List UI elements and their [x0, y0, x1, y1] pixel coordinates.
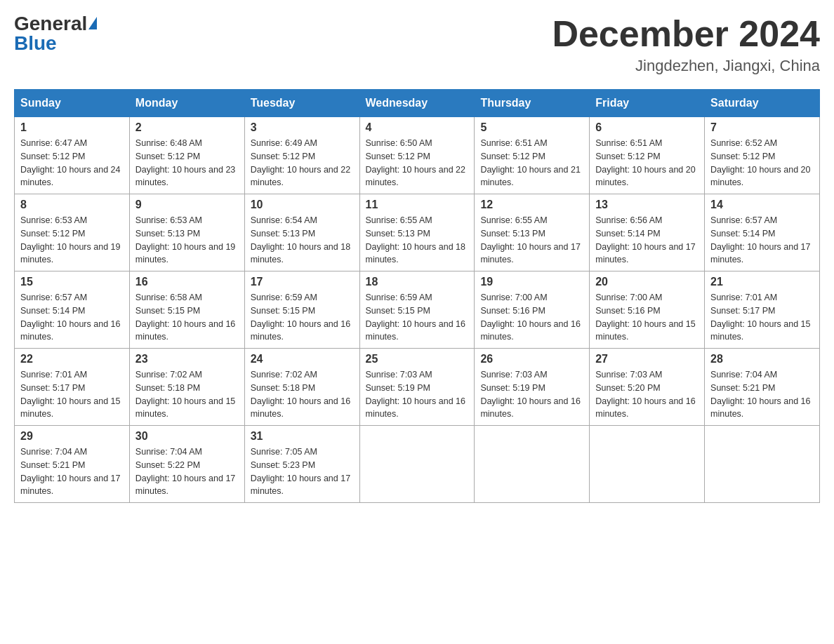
day-info: Sunrise: 6:55 AMSunset: 5:13 PMDaylight:…	[480, 214, 583, 267]
calendar-cell: 11 Sunrise: 6:55 AMSunset: 5:13 PMDaylig…	[359, 194, 475, 271]
day-info: Sunrise: 6:58 AMSunset: 5:15 PMDaylight:…	[135, 291, 239, 344]
day-info: Sunrise: 6:57 AMSunset: 5:14 PMDaylight:…	[20, 291, 124, 344]
calendar-cell: 29 Sunrise: 7:04 AMSunset: 5:21 PMDaylig…	[15, 426, 130, 503]
calendar-cell: 6 Sunrise: 6:51 AMSunset: 5:12 PMDayligh…	[590, 117, 705, 194]
calendar-week-1: 1 Sunrise: 6:47 AMSunset: 5:12 PMDayligh…	[15, 117, 820, 194]
day-number: 17	[251, 276, 354, 288]
calendar-cell	[475, 426, 590, 503]
day-number: 18	[366, 276, 469, 288]
calendar-cell: 21 Sunrise: 7:01 AMSunset: 5:17 PMDaylig…	[705, 271, 820, 349]
logo-triangle-icon	[88, 17, 97, 29]
day-info: Sunrise: 7:02 AMSunset: 5:18 PMDaylight:…	[135, 368, 239, 421]
location-text: Jingdezhen, Jiangxi, China	[552, 57, 820, 75]
calendar-cell: 14 Sunrise: 6:57 AMSunset: 5:14 PMDaylig…	[705, 194, 820, 271]
day-number: 7	[710, 121, 814, 134]
day-number: 4	[366, 121, 469, 134]
day-info: Sunrise: 7:00 AMSunset: 5:16 PMDaylight:…	[480, 291, 583, 344]
day-info: Sunrise: 6:53 AMSunset: 5:12 PMDaylight:…	[20, 214, 124, 267]
day-info: Sunrise: 6:51 AMSunset: 5:12 PMDaylight:…	[595, 137, 699, 189]
calendar-cell: 26 Sunrise: 7:03 AMSunset: 5:19 PMDaylig…	[475, 349, 590, 426]
calendar-cell: 12 Sunrise: 6:55 AMSunset: 5:13 PMDaylig…	[475, 194, 590, 271]
calendar-header: SundayMondayTuesdayWednesdayThursdayFrid…	[15, 90, 820, 117]
calendar-cell: 31 Sunrise: 7:05 AMSunset: 5:23 PMDaylig…	[244, 426, 359, 503]
calendar-cell: 4 Sunrise: 6:50 AMSunset: 5:12 PMDayligh…	[359, 117, 475, 194]
calendar-cell: 25 Sunrise: 7:03 AMSunset: 5:19 PMDaylig…	[359, 349, 475, 426]
calendar-cell: 5 Sunrise: 6:51 AMSunset: 5:12 PMDayligh…	[475, 117, 590, 194]
calendar-cell: 3 Sunrise: 6:49 AMSunset: 5:12 PMDayligh…	[244, 117, 359, 194]
day-info: Sunrise: 7:04 AMSunset: 5:22 PMDaylight:…	[135, 445, 239, 498]
day-number: 5	[480, 121, 583, 134]
title-area: December 2024 Jingdezhen, Jiangxi, China	[552, 14, 820, 75]
day-number: 19	[480, 276, 583, 288]
calendar-cell: 24 Sunrise: 7:02 AMSunset: 5:18 PMDaylig…	[244, 349, 359, 426]
day-info: Sunrise: 7:03 AMSunset: 5:19 PMDaylight:…	[366, 368, 469, 421]
calendar-week-2: 8 Sunrise: 6:53 AMSunset: 5:12 PMDayligh…	[15, 194, 820, 271]
weekday-header-monday: Monday	[129, 90, 244, 117]
calendar-cell: 28 Sunrise: 7:04 AMSunset: 5:21 PMDaylig…	[705, 349, 820, 426]
calendar-cell	[359, 426, 475, 503]
calendar-cell: 27 Sunrise: 7:03 AMSunset: 5:20 PMDaylig…	[590, 349, 705, 426]
day-info: Sunrise: 7:04 AMSunset: 5:21 PMDaylight:…	[710, 368, 814, 421]
weekday-header-saturday: Saturday	[705, 90, 820, 117]
weekday-header-thursday: Thursday	[475, 90, 590, 117]
day-number: 31	[251, 430, 354, 443]
day-number: 2	[135, 121, 239, 134]
day-info: Sunrise: 7:03 AMSunset: 5:20 PMDaylight:…	[595, 368, 699, 421]
day-number: 13	[595, 199, 699, 211]
day-info: Sunrise: 6:50 AMSunset: 5:12 PMDaylight:…	[366, 137, 469, 189]
calendar-cell: 9 Sunrise: 6:53 AMSunset: 5:13 PMDayligh…	[129, 194, 244, 271]
day-info: Sunrise: 6:54 AMSunset: 5:13 PMDaylight:…	[251, 214, 354, 267]
weekday-header-row: SundayMondayTuesdayWednesdayThursdayFrid…	[15, 90, 820, 117]
calendar-table: SundayMondayTuesdayWednesdayThursdayFrid…	[14, 89, 820, 503]
day-info: Sunrise: 6:53 AMSunset: 5:13 PMDaylight:…	[135, 214, 239, 267]
page-header: General Blue December 2024 Jingdezhen, J…	[14, 14, 820, 75]
day-info: Sunrise: 6:57 AMSunset: 5:14 PMDaylight:…	[710, 214, 814, 267]
logo-blue-text: Blue	[14, 34, 97, 53]
calendar-cell: 16 Sunrise: 6:58 AMSunset: 5:15 PMDaylig…	[129, 271, 244, 349]
day-number: 27	[595, 353, 699, 365]
calendar-cell: 22 Sunrise: 7:01 AMSunset: 5:17 PMDaylig…	[15, 349, 130, 426]
calendar-cell: 13 Sunrise: 6:56 AMSunset: 5:14 PMDaylig…	[590, 194, 705, 271]
day-number: 30	[135, 430, 239, 443]
day-number: 8	[20, 199, 124, 211]
month-title: December 2024	[552, 14, 820, 54]
day-info: Sunrise: 7:03 AMSunset: 5:19 PMDaylight:…	[480, 368, 583, 421]
calendar-week-5: 29 Sunrise: 7:04 AMSunset: 5:21 PMDaylig…	[15, 426, 820, 503]
day-number: 26	[480, 353, 583, 365]
day-number: 6	[595, 121, 699, 134]
day-number: 11	[366, 199, 469, 211]
day-number: 14	[710, 199, 814, 211]
calendar-cell	[590, 426, 705, 503]
day-number: 15	[20, 276, 124, 288]
weekday-header-tuesday: Tuesday	[244, 90, 359, 117]
day-number: 3	[251, 121, 354, 134]
day-info: Sunrise: 7:01 AMSunset: 5:17 PMDaylight:…	[20, 368, 124, 421]
calendar-cell: 15 Sunrise: 6:57 AMSunset: 5:14 PMDaylig…	[15, 271, 130, 349]
day-info: Sunrise: 7:04 AMSunset: 5:21 PMDaylight:…	[20, 445, 124, 498]
calendar-cell: 20 Sunrise: 7:00 AMSunset: 5:16 PMDaylig…	[590, 271, 705, 349]
day-number: 12	[480, 199, 583, 211]
day-number: 29	[20, 430, 124, 443]
calendar-week-3: 15 Sunrise: 6:57 AMSunset: 5:14 PMDaylig…	[15, 271, 820, 349]
calendar-cell: 10 Sunrise: 6:54 AMSunset: 5:13 PMDaylig…	[244, 194, 359, 271]
day-number: 28	[710, 353, 814, 365]
logo: General Blue	[14, 14, 97, 53]
weekday-header-sunday: Sunday	[15, 90, 130, 117]
day-info: Sunrise: 6:56 AMSunset: 5:14 PMDaylight:…	[595, 214, 699, 267]
calendar-cell: 18 Sunrise: 6:59 AMSunset: 5:15 PMDaylig…	[359, 271, 475, 349]
weekday-header-wednesday: Wednesday	[359, 90, 475, 117]
day-number: 20	[595, 276, 699, 288]
day-info: Sunrise: 6:49 AMSunset: 5:12 PMDaylight:…	[251, 137, 354, 189]
calendar-cell: 17 Sunrise: 6:59 AMSunset: 5:15 PMDaylig…	[244, 271, 359, 349]
day-info: Sunrise: 7:05 AMSunset: 5:23 PMDaylight:…	[251, 445, 354, 498]
day-info: Sunrise: 7:01 AMSunset: 5:17 PMDaylight:…	[710, 291, 814, 344]
day-number: 9	[135, 199, 239, 211]
calendar-cell: 30 Sunrise: 7:04 AMSunset: 5:22 PMDaylig…	[129, 426, 244, 503]
day-info: Sunrise: 6:51 AMSunset: 5:12 PMDaylight:…	[480, 137, 583, 189]
day-info: Sunrise: 6:48 AMSunset: 5:12 PMDaylight:…	[135, 137, 239, 189]
day-info: Sunrise: 7:02 AMSunset: 5:18 PMDaylight:…	[251, 368, 354, 421]
day-info: Sunrise: 6:55 AMSunset: 5:13 PMDaylight:…	[366, 214, 469, 267]
calendar-cell	[705, 426, 820, 503]
day-info: Sunrise: 6:52 AMSunset: 5:12 PMDaylight:…	[710, 137, 814, 189]
calendar-week-4: 22 Sunrise: 7:01 AMSunset: 5:17 PMDaylig…	[15, 349, 820, 426]
